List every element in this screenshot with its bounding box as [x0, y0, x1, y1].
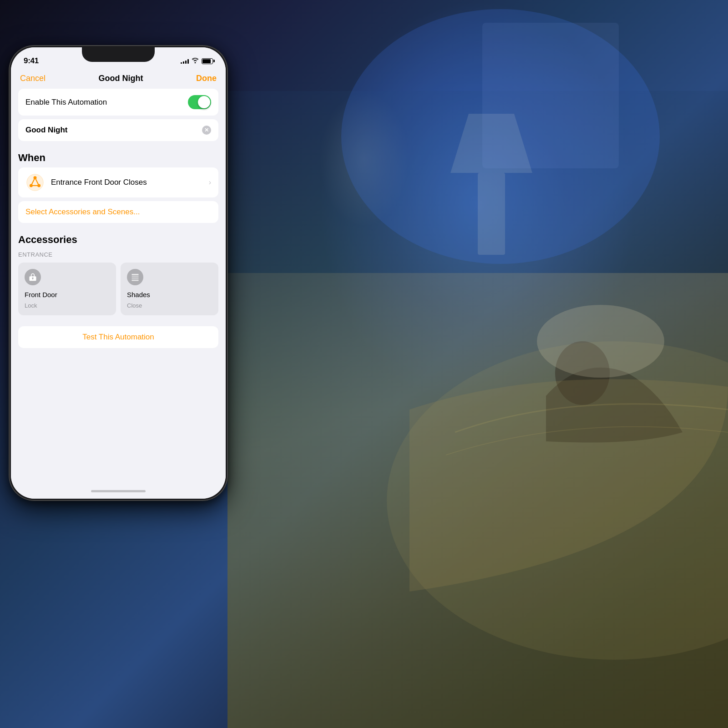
trigger-label: Entrance Front Door Closes	[51, 178, 202, 187]
screen-content[interactable]: Cancel Good Night Done Enable This Autom…	[11, 70, 226, 483]
home-bar	[91, 490, 146, 492]
enable-toggle-label: Enable This Automation	[25, 98, 107, 107]
automation-name-card: Good Night ✕	[18, 119, 218, 141]
status-time: 9:41	[24, 56, 39, 66]
clear-icon: ✕	[204, 127, 209, 133]
select-accessories-card[interactable]: Select Accessories and Scenes...	[18, 201, 218, 223]
enable-toggle-row: Enable This Automation	[18, 89, 218, 116]
when-header: When	[11, 145, 226, 167]
when-trigger-row[interactable]: Entrance Front Door Closes ›	[18, 167, 218, 197]
page-title: Good Night	[99, 74, 143, 83]
homekit-triangle-icon	[26, 174, 44, 191]
cancel-button[interactable]: Cancel	[20, 74, 46, 83]
nav-bar: Cancel Good Night Done	[11, 70, 226, 89]
chevron-right-icon: ›	[209, 178, 211, 187]
done-button[interactable]: Done	[196, 74, 217, 83]
entrance-label: ENTRANCE	[11, 248, 226, 261]
phone-frame: 9:41	[9, 46, 228, 500]
enable-toggle-switch[interactable]	[188, 95, 211, 109]
svg-point-8	[34, 176, 37, 179]
toggle-knob	[198, 96, 210, 108]
automation-name-text: Good Night	[25, 126, 68, 135]
phone-notch	[82, 47, 155, 62]
test-automation-label: Test This Automation	[82, 333, 154, 341]
bed-overlay	[228, 273, 728, 728]
shades-icon	[131, 273, 140, 282]
when-card: Entrance Front Door Closes ›	[18, 167, 218, 197]
wifi-icon	[192, 58, 199, 65]
front-door-state: Lock	[25, 302, 110, 309]
accessory-shades[interactable]: Shades Close	[121, 263, 218, 315]
lamp-glow	[318, 91, 410, 228]
lock-icon	[28, 273, 37, 282]
accessories-header: Accessories	[11, 227, 226, 248]
front-door-name: Front Door	[25, 291, 110, 298]
home-indicator	[11, 483, 226, 499]
accessories-grid: Front Door Lock Shades Close	[11, 261, 226, 319]
test-automation-card[interactable]: Test This Automation	[18, 326, 218, 348]
phone-screen: 9:41	[11, 47, 226, 499]
shades-icon-wrap	[127, 269, 143, 285]
phone-wrapper: 9:41	[9, 46, 228, 500]
shades-name: Shades	[127, 291, 212, 298]
lock-icon-wrap	[25, 269, 41, 285]
status-icons	[181, 58, 213, 65]
signal-icon	[181, 58, 189, 64]
enable-automation-card: Enable This Automation	[18, 89, 218, 116]
select-accessories-label: Select Accessories and Scenes...	[25, 207, 140, 216]
battery-icon	[202, 58, 213, 64]
clear-name-button[interactable]: ✕	[202, 126, 211, 135]
accessory-front-door[interactable]: Front Door Lock	[18, 263, 116, 315]
shades-state: Close	[127, 302, 212, 309]
trigger-icon-wrap	[25, 173, 45, 192]
